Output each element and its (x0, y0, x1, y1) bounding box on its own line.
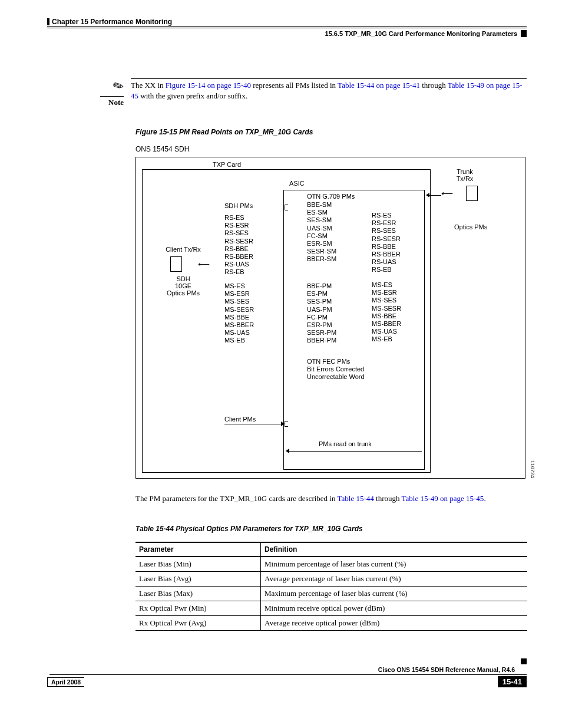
trunk-read-arrow (289, 451, 422, 452)
rs-list-right: RS-ES RS-ESR RS-SES RS-SESR RS-BBE RS-BB… (372, 212, 401, 274)
section-header-text: 15.6.5 TXP_MR_10G Card Performance Monit… (325, 30, 517, 37)
note-icon: ✎ (110, 77, 127, 95)
note-text-mid2: through (420, 81, 448, 90)
table-row: Laser Bias (Avg)Average percentage of la… (135, 572, 527, 587)
client-sub-label: SDH 10GE Optics PMs (157, 275, 210, 297)
body-paragraph: The PM parameters for the TXP_MR_10G car… (135, 493, 527, 504)
note-text-post: with the given prefix and/or suffix. (138, 91, 247, 100)
td-param: Laser Bias (Avg) (135, 572, 261, 587)
td-param: Rx Optical Pwr (Avg) (135, 616, 261, 631)
note-text: The XX in Figure 15-14 on page 15-40 rep… (131, 78, 527, 107)
note-label: Note (100, 96, 124, 107)
txp-card-label: TXP Card (213, 161, 241, 168)
page-number: 15-41 (498, 676, 527, 687)
client-block: Client Tx/Rx ⟵ SDH 10GE Optics PMs (157, 246, 210, 297)
pm-table: Parameter Definition Laser Bias (Min)Min… (135, 542, 527, 631)
fec-list: OTN FEC PMs Bit Errors Corrected Uncorre… (307, 358, 365, 381)
note-block: ✎ Note The XX in Figure 15-14 on page 15… (100, 78, 527, 107)
note-link-2[interactable]: Table 15-44 on page 15-41 (338, 81, 420, 90)
td-param: Laser Bias (Min) (135, 556, 261, 572)
td-def: Maximum percentage of laser bias current… (261, 587, 528, 601)
client-port-box (170, 256, 182, 272)
section-header: 15.6.5 TXP_MR_10G Card Performance Monit… (47, 28, 527, 37)
para-pre: The PM parameters for the TXP_MR_10G car… (135, 494, 338, 503)
client-tx-label: Client Tx/Rx (157, 246, 210, 253)
figure-caption: Figure 15-15 PM Read Points on TXP_MR_10… (135, 128, 527, 136)
note-text-pre: The XX in (131, 81, 166, 90)
footer-date: April 2008 (47, 677, 84, 687)
td-def: Minimum percentage of laser bias current… (261, 556, 528, 572)
note-text-mid: represents all PMs listed in (251, 81, 338, 90)
table-row: Rx Optical Pwr (Min)Minimum receive opti… (135, 601, 527, 616)
footer-manual-title: Cisco ONS 15454 SDH Reference Manual, R4… (49, 666, 527, 675)
chapter-header: Chapter 15 Performance Monitoring (52, 18, 172, 26)
th-parameter: Parameter (135, 542, 261, 556)
ms-list-left: MS-ES MS-ESR MS-SES MS-SESR MS-BBE MS-BB… (224, 282, 254, 345)
table-caption: Table 15-44 Physical Optics PM Parameter… (135, 525, 527, 533)
td-def: Minimum receive optical power (dBm) (261, 601, 528, 616)
header-leftcap (47, 18, 49, 25)
otn-label: OTN G.709 PMs (307, 193, 355, 200)
para-post: . (484, 494, 485, 503)
side-figure-number: 110724 (530, 460, 535, 478)
client-pms-label: Client PMs (224, 416, 256, 423)
trunk-arrow-icon: ⟵ (441, 189, 453, 198)
trunk-port-box (466, 186, 478, 201)
client-arrow-icon: ⟵ (198, 259, 210, 269)
note-link-1[interactable]: Figure 15-14 on page 15-40 (166, 81, 251, 90)
table-row: Laser Bias (Max)Maximum percentage of la… (135, 587, 527, 601)
td-def: Average percentage of laser bias current… (261, 572, 528, 587)
footer: Cisco ONS 15454 SDH Reference Manual, R4… (47, 666, 527, 687)
client-pms-arrow (224, 424, 281, 424)
footer-right-bar (521, 658, 527, 664)
trunk-block: Trunk Tx/Rx ⟵ (441, 168, 488, 205)
diagram-title: ONS 15454 SDH (135, 145, 527, 153)
pm-list: BBE-PM ES-PM SES-PM UAS-PM FC-PM ESR-PM … (307, 282, 336, 345)
td-def: Average receive optical power (dBm) (261, 616, 528, 631)
optics-pms-label: Optics PMs (454, 223, 487, 230)
header-endcap (521, 30, 527, 37)
asic-box (283, 190, 425, 470)
sdh-pms-label: SDH PMs (224, 202, 253, 210)
para-mid: through (374, 494, 402, 503)
td-param: Laser Bias (Max) (135, 587, 261, 601)
asic-left-tick (285, 205, 288, 210)
asic-left-tick-2 (285, 421, 288, 427)
diagram: TXP Card ASIC SDH PMs RS-ES RS-ESR RS-SE… (135, 157, 525, 479)
table-row: Laser Bias (Min)Minimum percentage of la… (135, 556, 527, 572)
trunk-tx-label: Trunk Tx/Rx (441, 168, 488, 182)
ms-list-right: MS-ES MS-ESR MS-SES MS-SESR MS-BBE MS-BB… (372, 281, 401, 344)
td-param: Rx Optical Pwr (Min) (135, 601, 261, 616)
table-row: Rx Optical Pwr (Avg)Average receive opti… (135, 616, 527, 631)
trunk-asic-arrow (429, 195, 441, 196)
asic-label: ASIC (289, 180, 305, 187)
th-definition: Definition (261, 542, 528, 556)
header-top-rule: Chapter 15 Performance Monitoring (47, 18, 527, 27)
para-link-2[interactable]: Table 15-49 on page 15-45 (401, 494, 484, 503)
para-link-1[interactable]: Table 15-44 (338, 494, 374, 503)
sm-list: BBE-SM ES-SM SES-SM UAS-SM FC-SM ESR-SM … (307, 201, 336, 263)
trunk-read-label: PMs read on trunk (319, 440, 372, 447)
rs-list-left: RS-ES RS-ESR RS-SES RS-SESR RS-BBE RS-BB… (224, 214, 253, 276)
